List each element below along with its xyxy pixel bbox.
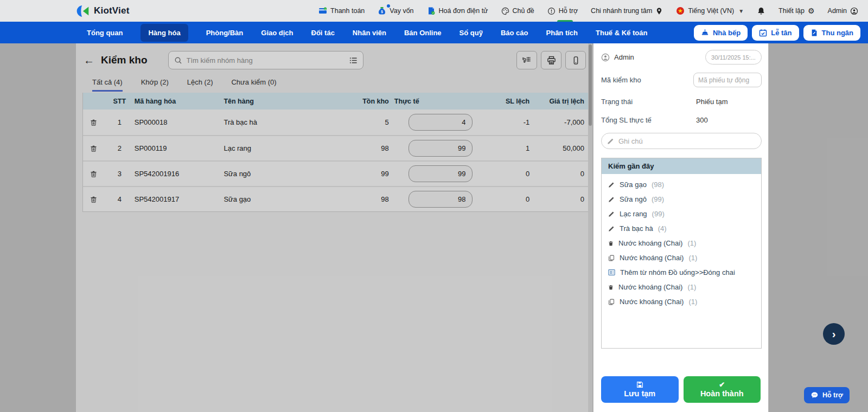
pencil-icon (608, 196, 615, 203)
main-navbar: Tổng quan Hàng hóa Phòng/Bàn Giao dịch Đ… (0, 22, 868, 43)
trash-icon (90, 145, 97, 152)
recent-check-item[interactable]: Sữa gạo (98) (602, 177, 761, 192)
nav-item-so-quy[interactable]: Sổ quỹ (459, 29, 483, 37)
delete-row-button[interactable] (83, 119, 105, 126)
check-code-input[interactable] (693, 73, 762, 87)
recent-check-item[interactable]: Nước khoáng (Chai) (1) (602, 280, 761, 294)
tab-unchecked[interactable]: Chưa kiểm (0) (231, 78, 276, 92)
vietnam-flag-icon (676, 7, 685, 15)
support-label: Hỗ trợ (822, 391, 843, 399)
topbar-item-notifications[interactable] (757, 7, 765, 16)
col-header-stt: STT (105, 98, 135, 105)
recent-check-item[interactable]: Nước khoáng (Chai) (1) (602, 294, 761, 309)
topbar-item-label: Chủ đề (513, 7, 534, 15)
pencil-icon (608, 182, 615, 188)
note-box[interactable] (601, 133, 762, 149)
row-product-code: SP542001917 (135, 195, 224, 203)
tab-mismatched[interactable]: Lệch (2) (187, 78, 213, 92)
recent-check-item[interactable]: Lạc rang (99) (602, 207, 761, 221)
tab-all[interactable]: Tất cả (4) (92, 78, 123, 92)
col-header-stock: Tồn kho (346, 98, 389, 105)
recent-item-name: Nước khoáng (Chai) (618, 239, 682, 247)
topbar-item-loan[interactable]: $ Vay vốn (378, 7, 413, 15)
row-stt: 3 (105, 170, 135, 178)
topbar-item-label: Vay vốn (390, 7, 413, 15)
kitchen-button[interactable]: Nhà bếp (694, 25, 748, 41)
trash-icon (608, 240, 614, 247)
vertical-scrollbar[interactable] (588, 43, 592, 412)
total-actual-value: 300 (696, 116, 708, 124)
nav-items: Tổng quan Hàng hóa Phòng/Bàn Giao dịch Đ… (87, 24, 647, 42)
topbar-item-help[interactable]: Hỗ trợ Beta (547, 7, 578, 15)
recent-check-item[interactable]: Trà bạc hà (4) (602, 221, 761, 236)
copy-icon (608, 299, 615, 305)
expand-panel-button[interactable]: › (823, 323, 845, 345)
search-box[interactable] (168, 51, 363, 69)
note-input[interactable] (618, 137, 756, 145)
button-label: Hoàn thành (700, 389, 744, 398)
list-view-icon[interactable] (349, 56, 358, 65)
topbar-item-language[interactable]: Tiếng Việt (VN) ▼ (676, 7, 744, 15)
delete-row-button[interactable] (83, 170, 105, 178)
recent-checks-list: Sữa gạo (98) Sữa ngô (99) Lạc rang (99) (602, 174, 761, 309)
back-arrow-icon[interactable]: ← (84, 54, 94, 67)
nav-item-hang-hoa[interactable]: Hàng hóa (141, 24, 188, 42)
table-body: 1 SP000018 Trà bạc hà 5 -1 -7,000 (83, 110, 592, 211)
printer-icon (547, 56, 556, 65)
actual-quantity-input[interactable] (409, 114, 473, 131)
check-code-label: Mã kiểm kho (601, 76, 641, 84)
recent-check-item[interactable]: Nước khoáng (Chai) (1) (602, 250, 761, 265)
row-product-name: Sữa gạo (224, 195, 346, 203)
check-datetime-input[interactable] (705, 50, 762, 65)
print-button[interactable] (541, 51, 561, 69)
nav-item-ban-online[interactable]: Bán Online (404, 29, 442, 37)
nav-item-phong-ban[interactable]: Phòng/Bàn (206, 29, 244, 37)
mobile-button[interactable] (565, 51, 586, 69)
support-button[interactable]: Hỗ trợ (804, 387, 850, 403)
topbar-item-payment[interactable]: e Thanh toán (318, 7, 365, 15)
scrollbar-thumb[interactable] (589, 44, 592, 126)
cashier-button[interactable]: Thu ngân (803, 25, 861, 41)
kiotviet-logo-icon (76, 4, 90, 18)
check-icon: ✔ (719, 381, 725, 388)
nav-item-giao-dich[interactable]: Giao dịch (261, 29, 293, 37)
complete-button[interactable]: ✔ Hoàn thành (684, 376, 761, 403)
tab-matched[interactable]: Khớp (2) (141, 78, 169, 92)
barcode-scanner-button[interactable] (516, 51, 537, 69)
nav-item-nhan-vien[interactable]: Nhân viên (353, 29, 386, 37)
col-header-value-diff: Giá trị lệch (529, 98, 592, 105)
col-header-actual: Thực tế (389, 98, 473, 105)
row-value-diff: 50,000 (529, 144, 592, 152)
save-draft-button[interactable]: Lưu tạm (601, 376, 679, 403)
delete-row-button[interactable] (83, 196, 105, 203)
actual-quantity-input[interactable] (409, 165, 473, 182)
button-label: Lễ tân (771, 29, 792, 37)
table-row: 4 SP542001917 Sữa gạo 98 0 0 (83, 186, 592, 211)
actual-quantity-input[interactable] (409, 191, 473, 208)
nav-item-bao-cao[interactable]: Báo cáo (501, 29, 528, 37)
cashier-receipt-icon (810, 29, 818, 37)
recent-check-item[interactable]: Nước khoáng (Chai) (1) (602, 236, 761, 250)
recent-check-item[interactable]: Thêm từ nhóm Đồ uống>>Đóng chai (602, 265, 761, 280)
recent-item-count: (4) (658, 224, 667, 233)
brand-name: KiotViet (94, 5, 130, 16)
actual-quantity-input[interactable] (409, 140, 473, 157)
row-value-diff: 0 (529, 170, 592, 178)
row-stt: 4 (105, 195, 135, 203)
nav-item-doi-tac[interactable]: Đối tác (311, 29, 335, 37)
topbar-item-admin[interactable]: Admin (828, 7, 858, 15)
nav-item-thue-ke-toan[interactable]: Thuế & Kế toán (596, 29, 647, 37)
kiotviet-logo[interactable]: KiotViet (76, 4, 130, 18)
topbar-item-theme[interactable]: Chủ đề (501, 7, 534, 15)
search-input[interactable] (187, 56, 349, 65)
chevron-down-icon: ▼ (738, 8, 744, 14)
topbar-item-branch[interactable]: Chi nhánh trung tâm (591, 7, 663, 15)
bell-icon (757, 7, 765, 16)
reception-button[interactable]: Lễ tân (752, 25, 799, 41)
nav-item-phan-tich[interactable]: Phân tích (546, 29, 578, 37)
nav-item-tong-quan[interactable]: Tổng quan (87, 29, 123, 37)
delete-row-button[interactable] (83, 145, 105, 152)
topbar-item-settings[interactable]: Thiết lập ⚙ (778, 7, 815, 15)
topbar-item-einvoice[interactable]: Hoá đơn điện tử (427, 7, 488, 15)
recent-check-item[interactable]: Sữa ngô (99) (602, 192, 761, 207)
